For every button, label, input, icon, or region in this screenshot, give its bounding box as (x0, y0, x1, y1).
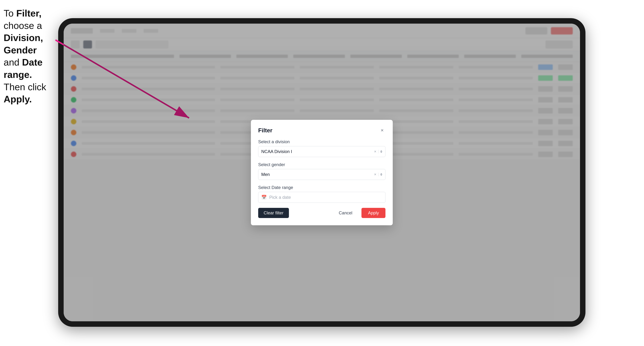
date-placeholder: Pick a date (269, 195, 291, 200)
arrow-down-icon (380, 152, 382, 153)
tablet-screen: Filter × Select a division NCAA Division… (64, 24, 580, 321)
modal-title: Filter (258, 127, 272, 134)
modal-footer: Clear filter Cancel Apply (258, 208, 386, 218)
select-arrows-icon (380, 150, 382, 153)
modal-header: Filter × (258, 127, 386, 134)
select-controls: × (374, 149, 382, 154)
arrow-down-icon (380, 175, 382, 176)
apply-button[interactable]: Apply (362, 208, 386, 218)
gender-select[interactable]: Men × (258, 169, 386, 180)
arrow-up-icon (380, 150, 382, 151)
date-input[interactable]: 📅 Pick a date (258, 192, 386, 203)
division-select[interactable]: NCAA Division I × (258, 146, 386, 157)
arrow-up-icon (380, 173, 382, 174)
modal-close-button[interactable]: × (379, 127, 386, 134)
division-label: Select a division (258, 139, 386, 144)
modal-backdrop: Filter × Select a division NCAA Division… (64, 24, 580, 321)
filter-modal: Filter × Select a division NCAA Division… (251, 120, 393, 225)
select-clear-icon[interactable]: × (374, 149, 376, 154)
tablet-frame: Filter × Select a division NCAA Division… (58, 18, 586, 327)
select-arrows-icon (380, 173, 382, 176)
gender-value: Men (261, 172, 270, 177)
division-form-group: Select a division NCAA Division I × (258, 139, 386, 157)
gender-form-group: Select gender Men × (258, 162, 386, 180)
select-controls: × (374, 172, 382, 177)
modal-footer-right: Cancel Apply (333, 208, 386, 218)
gender-label: Select gender (258, 162, 386, 167)
select-clear-icon[interactable]: × (374, 172, 376, 177)
date-label: Select Date range (258, 185, 386, 190)
cancel-button[interactable]: Cancel (333, 208, 358, 218)
calendar-icon: 📅 (261, 195, 267, 200)
instruction-text: To Filter, choose a Division, Gender and… (4, 7, 56, 105)
clear-filter-button[interactable]: Clear filter (258, 208, 289, 218)
division-value: NCAA Division I (261, 149, 292, 154)
date-form-group: Select Date range 📅 Pick a date (258, 185, 386, 203)
